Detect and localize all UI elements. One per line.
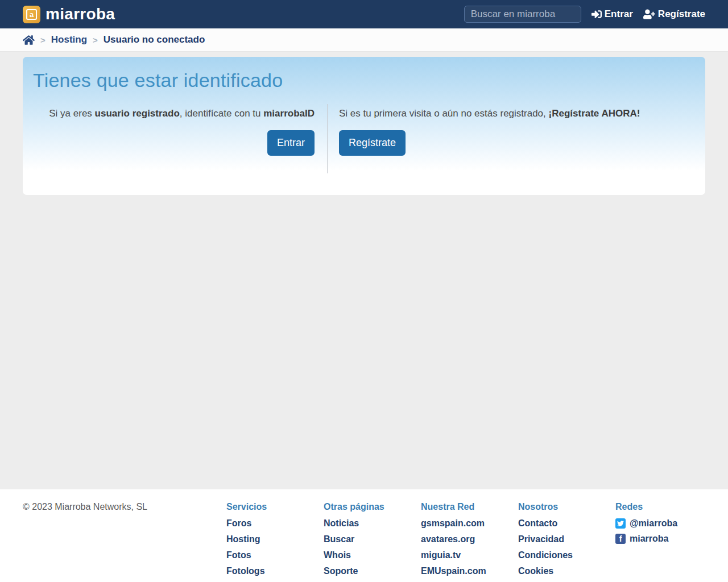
footer-columns: Servicios Foros Hosting Fotos Fotologs O… — [226, 500, 713, 582]
footer-link-gsmspain[interactable]: gsmspain.com — [421, 518, 518, 529]
facebook-handle: miarroba — [630, 534, 668, 544]
facebook-icon: f — [615, 534, 626, 544]
twitter-handle: @miarroba — [630, 518, 677, 529]
footer-column-servicios: Servicios Foros Hosting Fotos Fotologs — [226, 500, 324, 582]
login-button[interactable]: Entrar — [267, 130, 315, 156]
login-label: Entrar — [605, 9, 633, 20]
footer-link-noticias[interactable]: Noticias — [324, 518, 421, 529]
footer-link-buscar[interactable]: Buscar — [324, 534, 421, 544]
footer-column-otras-paginas: Otras páginas Noticias Buscar Whois Sopo… — [324, 500, 421, 582]
brand-home-link[interactable]: a miarroba — [23, 5, 115, 23]
home-icon[interactable] — [23, 35, 35, 45]
register-message-part: Si es tu primera visita o aún no estás r… — [339, 108, 549, 119]
login-message-bold: usuario registrado — [95, 108, 180, 119]
twitter-social-link[interactable]: @miarroba — [615, 518, 713, 529]
footer-link-hosting[interactable]: Hosting — [226, 534, 324, 544]
footer-link-whois[interactable]: Whois — [324, 550, 421, 560]
login-message-part: , identifícate con tu — [180, 108, 263, 119]
search-input[interactable] — [464, 6, 581, 23]
footer-heading: Nuestra Red — [421, 502, 518, 512]
footer-link-foros[interactable]: Foros — [226, 518, 324, 529]
footer-link-fotologs[interactable]: Fotologs — [226, 566, 324, 576]
footer-link-privacidad[interactable]: Privacidad — [518, 534, 615, 544]
register-column: Si es tu primera visita o aún no estás r… — [328, 104, 695, 173]
site-header: a miarroba Entrar Regístrate — [0, 0, 728, 28]
panel-title: Tienes que estar identificado — [33, 69, 695, 92]
footer-link-miguia[interactable]: miguia.tv — [421, 550, 518, 560]
breadcrumb-item-hosting[interactable]: Hosting — [51, 34, 87, 45]
footer-column-redes: Redes @miarroba f miarroba — [615, 500, 713, 582]
footer-link-emuspain[interactable]: EMUspain.com — [421, 566, 518, 576]
breadcrumb-separator: > — [40, 35, 46, 45]
sign-in-icon — [592, 9, 602, 19]
footer-column-nosotros: Nosotros Contacto Privacidad Condiciones… — [518, 500, 615, 582]
footer-heading: Servicios — [226, 502, 324, 512]
footer-heading: Otras páginas — [324, 502, 421, 512]
footer-link-avatares[interactable]: avatares.org — [421, 534, 518, 544]
brand-name: miarroba — [46, 5, 115, 23]
register-link[interactable]: Regístrate — [643, 9, 705, 20]
register-message: Si es tu primera visita o aún no estás r… — [339, 107, 695, 120]
login-link[interactable]: Entrar — [592, 9, 633, 20]
footer-link-condiciones[interactable]: Condiciones — [518, 550, 615, 560]
user-plus-icon — [643, 9, 655, 19]
miarroba-logo-icon: a — [23, 6, 40, 23]
footer-heading: Redes — [615, 502, 713, 512]
register-message-bold: ¡Regístrate AHORA! — [549, 108, 640, 119]
facebook-social-link[interactable]: f miarroba — [615, 534, 713, 544]
main-content: Tienes que estar identificado Si ya eres… — [0, 52, 728, 489]
site-footer: © 2023 Miarroba Networks, SL Servicios F… — [0, 489, 728, 582]
footer-column-nuestra-red: Nuestra Red gsmspain.com avatares.org mi… — [421, 500, 518, 582]
register-button[interactable]: Regístrate — [339, 130, 406, 156]
footer-link-soporte[interactable]: Soporte — [324, 566, 421, 576]
breadcrumb: > Hosting > Usuario no conectado — [0, 28, 728, 52]
breadcrumb-separator: > — [93, 35, 98, 45]
copyright-text: © 2023 Miarroba Networks, SL — [23, 500, 226, 582]
logo-letter: a — [26, 9, 37, 20]
panel-columns: Si ya eres usuario registrado, identifíc… — [33, 104, 695, 173]
login-required-panel: Tienes que estar identificado Si ya eres… — [23, 57, 705, 195]
footer-heading: Nosotros — [518, 502, 615, 512]
footer-link-fotos[interactable]: Fotos — [226, 550, 324, 560]
login-message-part: Si ya eres — [49, 108, 94, 119]
register-label: Regístrate — [658, 9, 705, 20]
twitter-icon — [615, 518, 626, 529]
login-column: Si ya eres usuario registrado, identifíc… — [33, 104, 327, 173]
breadcrumb-current-page: Usuario no conectado — [104, 34, 205, 45]
footer-link-contacto[interactable]: Contacto — [518, 518, 615, 529]
login-message-bold: miarrobaID — [263, 108, 315, 119]
login-message: Si ya eres usuario registrado, identifíc… — [33, 107, 315, 120]
footer-link-cookies[interactable]: Cookies — [518, 566, 615, 576]
